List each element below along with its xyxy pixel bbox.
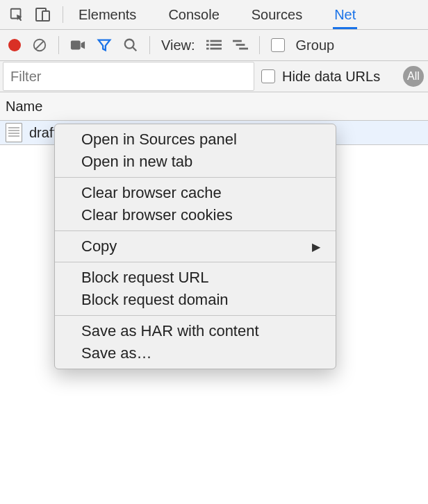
svg-point-6 [125, 40, 134, 49]
svg-line-7 [133, 47, 137, 51]
svg-rect-15 [236, 44, 245, 46]
group-checkbox[interactable] [271, 38, 285, 52]
devtools-topbar: Elements Console Sources Net [0, 0, 428, 30]
filter-bar: Hide data URLs All [0, 61, 428, 92]
clear-icon[interactable] [32, 37, 47, 53]
topbar-divider [63, 6, 63, 23]
search-icon[interactable] [123, 37, 138, 53]
record-button[interactable] [8, 39, 21, 51]
svg-rect-13 [210, 48, 222, 50]
toolbar-sep-2 [149, 36, 150, 54]
group-label: Group [296, 37, 335, 53]
svg-rect-16 [239, 48, 248, 50]
tab-console[interactable]: Console [167, 1, 220, 28]
svg-rect-8 [206, 40, 209, 42]
devtools-tabs: Elements Console Sources Net [77, 1, 357, 28]
menu-copy-label: Copy [81, 237, 117, 255]
inspect-icon[interactable] [8, 6, 25, 23]
device-toggle-icon[interactable] [35, 6, 51, 23]
view-waterfall-icon[interactable] [233, 39, 248, 51]
svg-rect-2 [42, 11, 49, 21]
svg-rect-12 [206, 48, 209, 50]
filter-all-badge[interactable]: All [403, 66, 424, 87]
menu-copy[interactable]: Copy ▶ [55, 235, 336, 258]
view-label: View: [161, 37, 195, 53]
filter-input[interactable] [3, 62, 254, 91]
menu-sep-1 [55, 177, 336, 178]
svg-rect-9 [210, 40, 222, 42]
menu-save-har[interactable]: Save as HAR with content [55, 320, 336, 342]
svg-rect-14 [233, 40, 242, 42]
camera-icon[interactable] [70, 39, 85, 51]
network-toolbar: View: Group [0, 30, 428, 61]
menu-open-in-sources[interactable]: Open in Sources panel [55, 128, 336, 151]
menu-block-domain[interactable]: Block request domain [55, 289, 336, 311]
context-menu: Open in Sources panel Open in new tab Cl… [54, 124, 336, 369]
menu-save-as[interactable]: Save as… [55, 342, 336, 364]
menu-block-url[interactable]: Block request URL [55, 267, 336, 289]
toolbar-sep-3 [259, 36, 260, 54]
svg-rect-11 [210, 44, 222, 46]
file-icon [6, 123, 22, 142]
svg-line-4 [36, 42, 44, 49]
tab-sources[interactable]: Sources [250, 1, 304, 28]
tab-network[interactable]: Net [333, 1, 357, 29]
requests-list: draft-yasskin-wpack-bundled-exchanges.ht… [0, 121, 428, 145]
chevron-right-icon: ▶ [312, 240, 320, 253]
menu-sep-2 [55, 230, 336, 231]
column-header-name[interactable]: Name [0, 92, 428, 121]
hide-data-urls-checkbox[interactable] [261, 69, 275, 83]
tab-elements[interactable]: Elements [77, 1, 138, 28]
menu-sep-3 [55, 262, 336, 262]
menu-clear-cache[interactable]: Clear browser cache [55, 182, 336, 204]
svg-rect-10 [206, 44, 209, 46]
toolbar-sep-1 [58, 36, 59, 54]
view-list-icon[interactable] [206, 39, 222, 51]
menu-sep-4 [55, 315, 336, 316]
menu-open-in-new-tab[interactable]: Open in new tab [55, 151, 336, 173]
hide-data-urls-label: Hide data URLs [282, 69, 380, 85]
menu-clear-cookies[interactable]: Clear browser cookies [55, 204, 336, 226]
filter-icon[interactable] [97, 37, 112, 53]
svg-rect-5 [71, 41, 81, 50]
